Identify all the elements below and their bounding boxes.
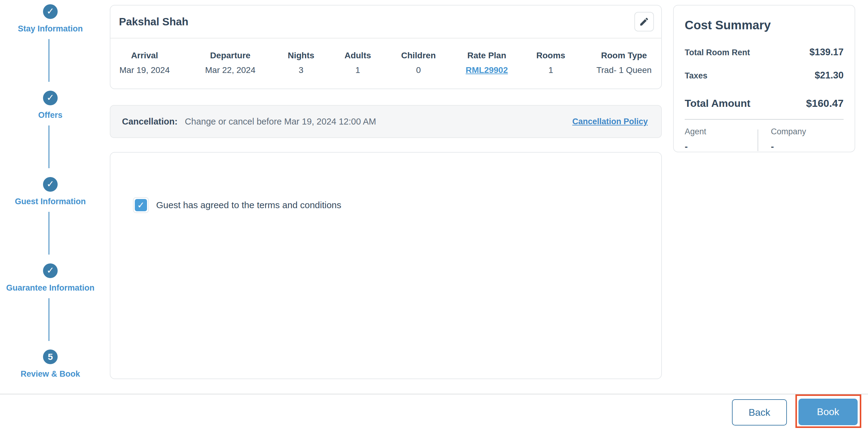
check-icon: ✓: [46, 266, 54, 275]
detail-arrival: Arrival Mar 19, 2024: [111, 51, 178, 75]
step-connector: [49, 298, 50, 341]
step-number: 5: [48, 352, 53, 362]
cost-row-taxes: Taxes $21.30: [685, 70, 844, 81]
booking-review-page: ✓ Stay Information ✓ Offers ✓ Guest Info…: [0, 0, 868, 431]
detail-rooms: Rooms 1: [517, 51, 584, 75]
detail-value: Mar 19, 2024: [111, 65, 178, 75]
step-complete-circle: ✓: [43, 177, 58, 192]
step-connector: [49, 212, 50, 255]
step-label: Offers: [0, 110, 101, 120]
stay-card-header: Pakshal Shah: [111, 5, 661, 38]
terms-checkbox-row: ✓ Guest has agreed to the terms and cond…: [133, 197, 341, 213]
edit-stay-button[interactable]: [634, 12, 654, 31]
detail-value: 1: [324, 65, 391, 75]
detail-label: Room Type: [590, 51, 657, 60]
cost-summary-divider: [685, 119, 844, 120]
cost-value: $139.17: [809, 47, 844, 58]
stay-details-row: Arrival Mar 19, 2024 Departure Mar 22, 2…: [111, 38, 661, 88]
detail-rate-plan: Rate Plan RML29902: [453, 51, 520, 75]
step-guest-information[interactable]: ✓ Guest Information: [0, 177, 101, 206]
company-label: Company: [771, 127, 844, 137]
terms-checkbox[interactable]: ✓: [133, 197, 149, 213]
cost-label: Taxes: [685, 71, 708, 81]
terms-card: ✓ Guest has agreed to the terms and cond…: [110, 152, 662, 379]
cost-summary-title: Cost Summary: [685, 18, 844, 32]
detail-children: Children 0: [385, 51, 452, 75]
book-highlight-box: Book: [796, 394, 861, 428]
detail-label: Children: [385, 51, 452, 60]
check-icon: ✓: [46, 179, 54, 189]
check-icon: ✓: [46, 7, 54, 16]
detail-label: Departure: [197, 51, 264, 60]
step-stay-information[interactable]: ✓ Stay Information: [0, 4, 101, 34]
cancellation-label: Cancellation:: [122, 117, 178, 127]
detail-label: Rate Plan: [453, 51, 520, 60]
cost-value: $21.30: [815, 70, 844, 81]
detail-value: Mar 22, 2024: [197, 65, 264, 75]
step-complete-circle: ✓: [43, 263, 58, 278]
detail-room-type: Room Type Trad- 1 Queen: [590, 51, 657, 75]
cancellation-text: Change or cancel before Mar 19, 2024 12:…: [185, 117, 572, 127]
guest-name: Pakshal Shah: [119, 16, 188, 28]
step-review-and-book[interactable]: 5 Review & Book: [0, 349, 101, 379]
step-label: Guarantee Information: [0, 283, 101, 293]
agent-company-row: Agent - Company -: [685, 127, 844, 152]
check-icon: ✓: [46, 93, 54, 102]
detail-label: Adults: [324, 51, 391, 60]
detail-label: Arrival: [111, 51, 178, 60]
terms-checkbox-box: ✓: [135, 199, 147, 211]
step-complete-circle: ✓: [43, 4, 58, 19]
cost-label: Total Room Rent: [685, 48, 750, 57]
detail-value: 0: [385, 65, 452, 75]
company-column: Company -: [758, 127, 844, 152]
agent-value: -: [685, 141, 757, 152]
detail-value: Trad- 1 Queen: [590, 65, 657, 75]
step-number-circle: 5: [43, 349, 58, 364]
cost-row-total: Total Amount $160.47: [685, 97, 844, 109]
book-button[interactable]: Book: [799, 399, 858, 425]
agent-column: Agent -: [685, 127, 757, 152]
company-value: -: [771, 141, 844, 152]
total-amount-value: $160.47: [806, 97, 844, 109]
cost-summary-card: Cost Summary Total Room Rent $139.17 Tax…: [673, 5, 855, 152]
cancellation-bar: Cancellation: Change or cancel before Ma…: [110, 105, 662, 138]
edit-pencil-icon: [639, 17, 649, 27]
detail-departure: Departure Mar 22, 2024: [197, 51, 264, 75]
step-complete-circle: ✓: [43, 91, 58, 105]
step-connector: [49, 125, 50, 168]
footer-divider: [0, 394, 868, 394]
step-label: Review & Book: [0, 369, 101, 379]
stay-summary-card: Pakshal Shah Arrival Mar 19, 2024 Depart…: [110, 5, 662, 89]
detail-value: 1: [517, 65, 584, 75]
step-offers[interactable]: ✓ Offers: [0, 91, 101, 120]
detail-label: Rooms: [517, 51, 584, 60]
cancellation-policy-link[interactable]: Cancellation Policy: [572, 117, 648, 126]
agent-label: Agent: [685, 127, 757, 137]
step-connector: [49, 39, 50, 82]
step-label: Stay Information: [0, 24, 101, 34]
booking-stepper: ✓ Stay Information ✓ Offers ✓ Guest Info…: [0, 0, 101, 394]
rate-plan-link[interactable]: RML29902: [466, 65, 508, 75]
back-button[interactable]: Back: [732, 399, 787, 426]
step-label: Guest Information: [0, 197, 101, 206]
detail-adults: Adults 1: [324, 51, 391, 75]
cost-row-room-rent: Total Room Rent $139.17: [685, 47, 844, 58]
terms-checkbox-label[interactable]: Guest has agreed to the terms and condit…: [156, 200, 341, 210]
checkbox-check-icon: ✓: [137, 201, 145, 210]
total-amount-label: Total Amount: [685, 97, 750, 109]
step-guarantee-information[interactable]: ✓ Guarantee Information: [0, 263, 101, 293]
